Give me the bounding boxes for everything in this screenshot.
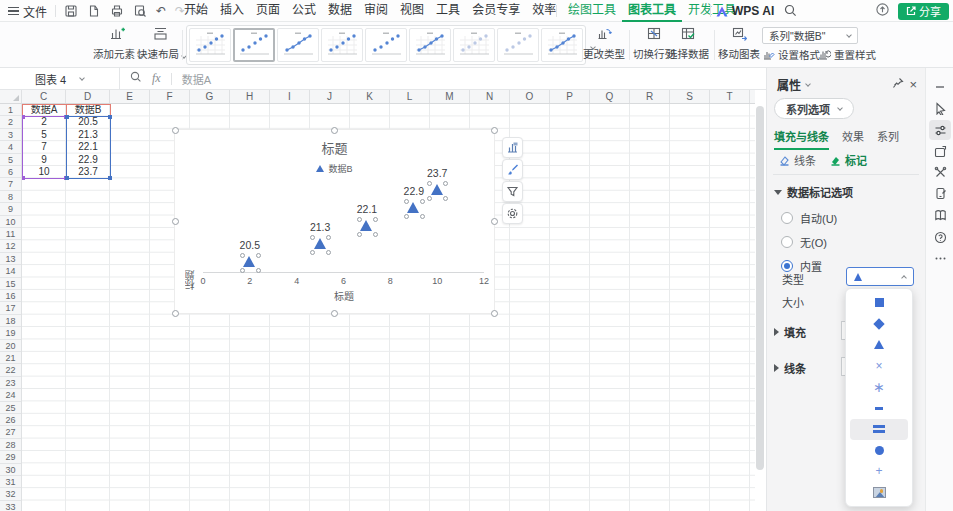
marker-type-option-circle[interactable]: [850, 440, 908, 461]
row-header-17[interactable]: 17: [0, 302, 21, 314]
marker-type-option-diamond[interactable]: [850, 313, 908, 334]
data-point-marker-icon[interactable]: [243, 256, 255, 267]
chart-elements-button[interactable]: [502, 137, 523, 158]
mobile-connect-icon[interactable]: [929, 183, 951, 203]
print-preview-button[interactable]: [133, 4, 147, 18]
chart-style-thumbnail-8[interactable]: [497, 28, 539, 62]
row-header-32[interactable]: 32: [0, 488, 21, 500]
chart-resize-handle[interactable]: [491, 310, 498, 317]
row-header-24[interactable]: 24: [0, 389, 21, 401]
column-header-C[interactable]: C: [22, 90, 66, 103]
row-header-14[interactable]: 14: [0, 265, 21, 277]
vertical-scrollbar[interactable]: [756, 106, 764, 511]
column-header-O[interactable]: O: [510, 90, 550, 103]
menu-tab-工具[interactable]: 工具: [430, 0, 466, 22]
pointer-tool-icon[interactable]: [929, 98, 951, 118]
column-header-L[interactable]: L: [390, 90, 430, 103]
row-header-2[interactable]: 2: [0, 116, 21, 128]
row-header-15[interactable]: 15: [0, 278, 21, 290]
help-icon[interactable]: [929, 227, 951, 247]
chart-resize-handle[interactable]: [172, 310, 179, 317]
data-point-marker-icon[interactable]: [360, 220, 372, 231]
undo-button[interactable]: ↶: [156, 5, 166, 17]
reset-style-button[interactable]: 重置样式: [818, 47, 876, 62]
series-selector-combo[interactable]: 系列"数据B": [762, 27, 858, 44]
row-header-7[interactable]: 7: [0, 178, 21, 190]
panel-subtab-标记[interactable]: 标记: [830, 152, 867, 168]
data-point-marker-icon[interactable]: [431, 184, 443, 195]
data-point-marker-icon[interactable]: [314, 238, 326, 249]
marker-type-option-triangle[interactable]: [850, 334, 908, 355]
chart-resize-handle[interactable]: [491, 127, 498, 134]
pin-panel-icon[interactable]: [892, 77, 904, 92]
row-header-26[interactable]: 26: [0, 414, 21, 426]
panel-tab-效果[interactable]: 效果: [842, 128, 864, 150]
panel-subtab-线条[interactable]: 线条: [779, 152, 816, 168]
print-button[interactable]: [110, 4, 124, 18]
row-header-13[interactable]: 13: [0, 253, 21, 265]
chart-resize-handle[interactable]: [331, 310, 338, 317]
menu-tab-数据[interactable]: 数据: [322, 0, 358, 22]
data-point-marker-icon[interactable]: [407, 202, 419, 213]
fill-section[interactable]: 填充: [774, 324, 806, 340]
menu-tab-图表工具[interactable]: 图表工具: [622, 0, 682, 22]
zoom-formula-icon[interactable]: [130, 71, 142, 86]
reference-book-icon[interactable]: [929, 205, 951, 225]
chart-filter-button[interactable]: [502, 181, 523, 202]
column-header-Q[interactable]: Q: [590, 90, 630, 103]
chart-resize-handle[interactable]: [172, 127, 179, 134]
chart-style-thumbnail-2[interactable]: [233, 28, 275, 62]
row-header-27[interactable]: 27: [0, 426, 21, 438]
menu-tab-会员专享[interactable]: 会员专享: [466, 0, 526, 22]
marker-type-option-dash[interactable]: [850, 397, 908, 418]
share-button[interactable]: 分享: [898, 3, 949, 20]
row-header-1[interactable]: 1: [0, 104, 21, 116]
column-header-H[interactable]: H: [230, 90, 270, 103]
row-header-25[interactable]: 25: [0, 402, 21, 414]
row-header-6[interactable]: 6: [0, 166, 21, 178]
selection-pane-icon[interactable]: [929, 141, 951, 161]
column-header-D[interactable]: D: [66, 90, 110, 103]
column-header-I[interactable]: I: [270, 90, 310, 103]
row-header-33[interactable]: 33: [0, 501, 21, 511]
set-format-button[interactable]: 设置格式: [762, 47, 820, 62]
radio-option-无(O)[interactable]: 无(O): [781, 230, 837, 254]
column-header-E[interactable]: E: [110, 90, 150, 103]
name-box[interactable]: 图表 4: [0, 68, 120, 89]
search-icon[interactable]: [784, 4, 797, 20]
row-header-16[interactable]: 16: [0, 290, 21, 302]
radio-button[interactable]: [781, 212, 793, 224]
chart-style-thumbnail-3[interactable]: [277, 28, 319, 62]
chart-style-thumbnail-6[interactable]: [409, 28, 451, 62]
row-header-28[interactable]: 28: [0, 439, 21, 451]
tools-icon[interactable]: [929, 162, 951, 182]
row-header-29[interactable]: 29: [0, 451, 21, 463]
chart-style-thumbnail-4[interactable]: [321, 28, 363, 62]
row-header-11[interactable]: 11: [0, 228, 21, 240]
file-menu-button[interactable]: 文件: [8, 3, 47, 20]
export-button[interactable]: [87, 4, 101, 18]
more-options-icon[interactable]: [929, 248, 951, 268]
properties-panel-icon[interactable]: [929, 120, 951, 140]
chart-object[interactable]: 标题 数据B 标题 024681012 标题 20.521.322.122.92…: [175, 130, 494, 313]
add-element-button[interactable]: 添加元素: [93, 26, 139, 61]
column-header-J[interactable]: J: [310, 90, 350, 103]
move-chart-button[interactable]: 移动图表: [718, 26, 760, 61]
row-header-18[interactable]: 18: [0, 315, 21, 327]
chart-settings-button[interactable]: [502, 203, 523, 224]
chart-style-thumbnail-7[interactable]: [453, 28, 495, 62]
chart-resize-handle[interactable]: [331, 127, 338, 134]
wps-ai-button[interactable]: WPS AI: [716, 0, 774, 22]
x-axis-title[interactable]: 标题: [175, 288, 513, 303]
column-header-T[interactable]: T: [710, 90, 750, 103]
column-header-F[interactable]: F: [150, 90, 190, 103]
row-header-4[interactable]: 4: [0, 141, 21, 153]
column-header-S[interactable]: S: [670, 90, 710, 103]
upload-sync-icon[interactable]: [875, 2, 890, 20]
chart-style-thumbnail-1[interactable]: [189, 28, 231, 62]
column-header-K[interactable]: K: [350, 90, 390, 103]
column-header-P[interactable]: P: [550, 90, 590, 103]
row-header-8[interactable]: 8: [0, 191, 21, 203]
column-header-R[interactable]: R: [630, 90, 670, 103]
row-header-3[interactable]: 3: [0, 129, 21, 141]
